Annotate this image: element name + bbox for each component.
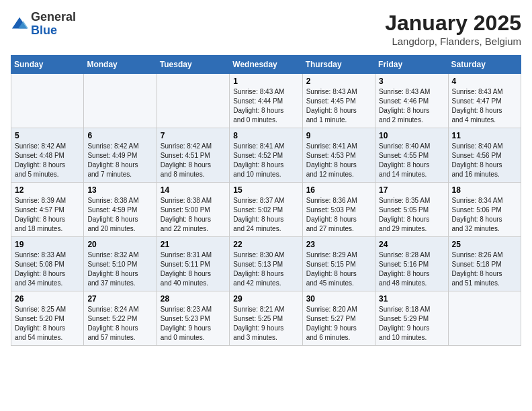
calendar-cell: 21Sunrise: 8:31 AMSunset: 5:11 PMDayligh… [157,237,229,291]
day-number: 10 [379,131,444,140]
cell-content: Sunrise: 8:34 AMSunset: 5:06 PMDaylight:… [452,196,517,234]
day-number: 19 [15,240,80,249]
header-wednesday: Wednesday [230,56,302,74]
cell-content: Sunrise: 8:42 AMSunset: 4:51 PMDaylight:… [161,142,226,179]
calendar-cell: 18Sunrise: 8:34 AMSunset: 5:06 PMDayligh… [448,183,521,237]
day-number: 2 [306,77,371,86]
calendar-cell [84,74,157,128]
logo-icon [11,15,30,34]
day-number: 6 [87,131,152,140]
day-number: 12 [15,185,80,195]
day-number: 25 [452,240,517,249]
calendar-cell: 16Sunrise: 8:36 AMSunset: 5:03 PMDayligh… [302,183,375,237]
calendar-table: SundayMondayTuesdayWednesdayThursdayFrid… [11,55,521,346]
calendar-cell: 12Sunrise: 8:39 AMSunset: 4:57 PMDayligh… [11,183,84,237]
cell-content: Sunrise: 8:24 AMSunset: 5:22 PMDaylight:… [87,305,152,342]
calendar-cell: 19Sunrise: 8:33 AMSunset: 5:08 PMDayligh… [11,237,84,291]
cell-content: Sunrise: 8:21 AMSunset: 5:25 PMDaylight:… [233,305,298,342]
calendar-cell: 7Sunrise: 8:42 AMSunset: 4:51 PMDaylight… [157,128,229,183]
calendar-cell: 10Sunrise: 8:40 AMSunset: 4:55 PMDayligh… [375,128,448,183]
cell-content: Sunrise: 8:26 AMSunset: 5:18 PMDaylight:… [452,250,517,288]
calendar-week-row: 19Sunrise: 8:33 AMSunset: 5:08 PMDayligh… [11,237,521,291]
calendar-cell: 20Sunrise: 8:32 AMSunset: 5:10 PMDayligh… [84,237,157,291]
cell-content: Sunrise: 8:41 AMSunset: 4:52 PMDaylight:… [233,142,298,179]
calendar-cell: 13Sunrise: 8:38 AMSunset: 4:59 PMDayligh… [84,183,157,237]
day-number: 28 [161,294,226,304]
calendar-cell: 2Sunrise: 8:43 AMSunset: 4:45 PMDaylight… [302,74,375,128]
day-number: 11 [452,131,517,140]
header-thursday: Thursday [302,56,375,74]
title-block: January 2025 Langdorp, Flanders, Belgium [385,11,521,47]
cell-content: Sunrise: 8:36 AMSunset: 5:03 PMDaylight:… [306,196,371,234]
calendar-cell: 6Sunrise: 8:42 AMSunset: 4:49 PMDaylight… [84,128,157,183]
calendar-cell [448,291,521,346]
day-number: 30 [306,294,371,304]
day-number: 16 [306,185,371,195]
page-header: General Blue January 2025 Langdorp, Flan… [11,11,521,47]
cell-content: Sunrise: 8:25 AMSunset: 5:20 PMDaylight:… [15,305,80,342]
day-number: 31 [379,294,444,304]
day-number: 8 [233,131,298,140]
calendar-week-row: 12Sunrise: 8:39 AMSunset: 4:57 PMDayligh… [11,183,521,237]
calendar-cell [157,74,229,128]
page-title: January 2025 [385,11,521,36]
cell-content: Sunrise: 8:38 AMSunset: 4:59 PMDaylight:… [87,196,152,234]
day-number: 1 [233,77,298,86]
calendar-cell: 30Sunrise: 8:20 AMSunset: 5:27 PMDayligh… [302,291,375,346]
cell-content: Sunrise: 8:40 AMSunset: 4:55 PMDaylight:… [379,142,444,179]
cell-content: Sunrise: 8:18 AMSunset: 5:29 PMDaylight:… [379,305,444,342]
cell-content: Sunrise: 8:20 AMSunset: 5:27 PMDaylight:… [306,305,371,342]
calendar-cell [11,74,84,128]
cell-content: Sunrise: 8:33 AMSunset: 5:08 PMDaylight:… [15,250,80,288]
cell-content: Sunrise: 8:42 AMSunset: 4:49 PMDaylight:… [87,142,152,179]
day-number: 7 [161,131,226,140]
day-number: 18 [452,185,517,195]
day-number: 24 [379,240,444,249]
calendar-cell: 8Sunrise: 8:41 AMSunset: 4:52 PMDaylight… [230,128,302,183]
cell-content: Sunrise: 8:30 AMSunset: 5:13 PMDaylight:… [233,250,298,288]
cell-content: Sunrise: 8:31 AMSunset: 5:11 PMDaylight:… [161,250,226,288]
cell-content: Sunrise: 8:39 AMSunset: 4:57 PMDaylight:… [15,196,80,234]
day-number: 23 [306,240,371,249]
cell-content: Sunrise: 8:40 AMSunset: 4:56 PMDaylight:… [452,142,517,179]
calendar-week-row: 5Sunrise: 8:42 AMSunset: 4:48 PMDaylight… [11,128,521,183]
calendar-header-row: SundayMondayTuesdayWednesdayThursdayFrid… [11,56,521,74]
cell-content: Sunrise: 8:28 AMSunset: 5:16 PMDaylight:… [379,250,444,288]
day-number: 14 [161,185,226,195]
calendar-cell: 15Sunrise: 8:37 AMSunset: 5:02 PMDayligh… [230,183,302,237]
calendar-cell: 28Sunrise: 8:23 AMSunset: 5:23 PMDayligh… [157,291,229,346]
day-number: 3 [379,77,444,86]
calendar-cell: 31Sunrise: 8:18 AMSunset: 5:29 PMDayligh… [375,291,448,346]
cell-content: Sunrise: 8:38 AMSunset: 5:00 PMDaylight:… [161,196,226,234]
cell-content: Sunrise: 8:35 AMSunset: 5:05 PMDaylight:… [379,196,444,234]
calendar-cell: 22Sunrise: 8:30 AMSunset: 5:13 PMDayligh… [230,237,302,291]
day-number: 17 [379,185,444,195]
calendar-cell: 25Sunrise: 8:26 AMSunset: 5:18 PMDayligh… [448,237,521,291]
calendar-cell: 27Sunrise: 8:24 AMSunset: 5:22 PMDayligh… [84,291,157,346]
calendar-cell: 23Sunrise: 8:29 AMSunset: 5:15 PMDayligh… [302,237,375,291]
cell-content: Sunrise: 8:43 AMSunset: 4:46 PMDaylight:… [379,87,444,125]
calendar-week-row: 1Sunrise: 8:43 AMSunset: 4:44 PMDaylight… [11,74,521,128]
day-number: 27 [87,294,152,304]
cell-content: Sunrise: 8:43 AMSunset: 4:47 PMDaylight:… [452,87,517,125]
cell-content: Sunrise: 8:41 AMSunset: 4:53 PMDaylight:… [306,142,371,179]
logo-blue-text: Blue [31,24,57,37]
cell-content: Sunrise: 8:42 AMSunset: 4:48 PMDaylight:… [15,142,80,179]
calendar-cell: 24Sunrise: 8:28 AMSunset: 5:16 PMDayligh… [375,237,448,291]
calendar-week-row: 26Sunrise: 8:25 AMSunset: 5:20 PMDayligh… [11,291,521,346]
day-number: 13 [87,185,152,195]
header-monday: Monday [84,56,157,74]
calendar-cell: 14Sunrise: 8:38 AMSunset: 5:00 PMDayligh… [157,183,229,237]
logo: General Blue [11,11,76,38]
day-number: 15 [233,185,298,195]
cell-content: Sunrise: 8:32 AMSunset: 5:10 PMDaylight:… [87,250,152,288]
day-number: 26 [15,294,80,304]
calendar-cell: 1Sunrise: 8:43 AMSunset: 4:44 PMDaylight… [230,74,302,128]
header-saturday: Saturday [448,56,521,74]
calendar-cell: 11Sunrise: 8:40 AMSunset: 4:56 PMDayligh… [448,128,521,183]
cell-content: Sunrise: 8:29 AMSunset: 5:15 PMDaylight:… [306,250,371,288]
day-number: 29 [233,294,298,304]
day-number: 9 [306,131,371,140]
cell-content: Sunrise: 8:43 AMSunset: 4:44 PMDaylight:… [233,87,298,125]
day-number: 5 [15,131,80,140]
